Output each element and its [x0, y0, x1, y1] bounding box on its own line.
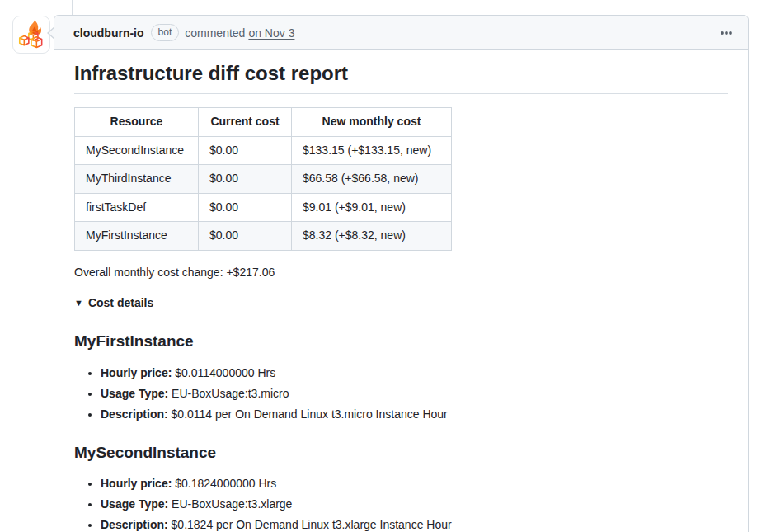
- comment-timestamp-link[interactable]: on Nov 3: [248, 26, 294, 40]
- attr-value: EU-BoxUsage:t3.xlarge: [168, 497, 292, 511]
- table-row: MyThirdInstance $0.00 $66.58 (+$66.58, n…: [75, 165, 452, 194]
- attr-value: EU-BoxUsage:t3.micro: [168, 387, 289, 400]
- resource-section: MyFirstInstance Hourly price: $0.0114000…: [74, 332, 728, 423]
- attr-label: Description:: [101, 407, 168, 421]
- resource-heading: MySecondInstance: [74, 443, 728, 463]
- cell-resource: firstTaskDef: [75, 193, 199, 222]
- list-item: Description: $0.0114 per On Demand Linux…: [101, 406, 728, 423]
- attr-label: Usage Type:: [101, 387, 168, 400]
- comment-author-avatar[interactable]: [12, 16, 50, 54]
- attr-value: $0.1824000000 Hrs: [172, 477, 276, 490]
- list-item: Hourly price: $0.0114000000 Hrs: [101, 365, 728, 382]
- cost-details-toggle[interactable]: ▼Cost details: [74, 294, 728, 312]
- cell-current-cost: $0.00: [199, 165, 292, 194]
- cell-current-cost: $0.00: [199, 222, 292, 251]
- list-item: Usage Type: EU-BoxUsage:t3.micro: [101, 385, 728, 403]
- comment-options-button[interactable]: [718, 23, 735, 43]
- list-item: Description: $0.1824 per On Demand Linux…: [101, 516, 728, 532]
- list-item: Usage Type: EU-BoxUsage:t3.xlarge: [101, 496, 728, 513]
- attr-label: Usage Type:: [101, 497, 168, 511]
- table-header-row: Resource Current cost New monthly cost: [75, 108, 452, 137]
- attr-value: $0.1824 per On Demand Linux t3.xlarge In…: [168, 518, 452, 531]
- resource-attribute-list: Hourly price: $0.1824000000 Hrs Usage Ty…: [74, 475, 728, 532]
- cell-resource: MySecondInstance: [75, 136, 199, 165]
- attr-label: Hourly price:: [101, 477, 172, 490]
- disclosure-triangle-icon: ▼: [74, 298, 83, 308]
- column-header-current-cost: Current cost: [199, 108, 292, 137]
- column-header-new-monthly-cost: New monthly cost: [292, 108, 452, 137]
- bot-badge: bot: [151, 24, 180, 41]
- table-row: MySecondInstance $0.00 $133.15 (+$133.15…: [75, 136, 452, 165]
- attr-value: $0.0114 per On Demand Linux t3.micro Ins…: [168, 407, 448, 421]
- cell-new-monthly-cost: $8.32 (+$8.32, new): [292, 222, 452, 251]
- attr-label: Hourly price:: [101, 366, 172, 379]
- resource-section: MySecondInstance Hourly price: $0.182400…: [74, 443, 728, 532]
- report-title: Infrastructure diff cost report: [74, 61, 728, 94]
- table-row: firstTaskDef $0.00 $9.01 (+$9.01, new): [75, 193, 452, 222]
- cell-resource: MyThirdInstance: [75, 165, 199, 194]
- table-row: MyFirstInstance $0.00 $8.32 (+$8.32, new…: [75, 222, 452, 251]
- github-comment-page: cloudburn-io bot commented on Nov 3 Infr…: [0, 0, 766, 532]
- comment-author-link[interactable]: cloudburn-io: [73, 26, 144, 40]
- cell-new-monthly-cost: $66.58 (+$66.58, new): [292, 165, 452, 194]
- cost-summary-table: Resource Current cost New monthly cost M…: [74, 107, 452, 251]
- cell-new-monthly-cost: $133.15 (+$133.15, new): [292, 136, 452, 165]
- timeline-connector-line: [72, 0, 73, 16]
- cell-new-monthly-cost: $9.01 (+$9.01, new): [292, 193, 452, 222]
- attr-label: Description:: [101, 518, 168, 531]
- cost-details-label: Cost details: [88, 296, 153, 309]
- cloudburn-logo-icon: [16, 19, 47, 50]
- cell-current-cost: $0.00: [199, 136, 292, 165]
- comment-header: cloudburn-io bot commented on Nov 3: [54, 16, 748, 50]
- attr-value: $0.0114000000 Hrs: [172, 366, 275, 379]
- cost-details-disclosure: ▼Cost details MyFirstInstance Hourly pri…: [74, 294, 728, 532]
- overall-cost-change-text: Overall monthly cost change: +$217.06: [74, 264, 728, 281]
- cell-current-cost: $0.00: [199, 193, 292, 222]
- list-item: Hourly price: $0.1824000000 Hrs: [101, 475, 728, 492]
- comment-body: Infrastructure diff cost report Resource…: [54, 50, 748, 532]
- resource-attribute-list: Hourly price: $0.0114000000 Hrs Usage Ty…: [74, 365, 728, 423]
- column-header-resource: Resource: [75, 108, 199, 137]
- kebab-horizontal-icon: [720, 26, 733, 40]
- cell-resource: MyFirstInstance: [75, 222, 199, 251]
- comment-action-text: commented: [185, 26, 245, 40]
- resource-heading: MyFirstInstance: [74, 332, 728, 351]
- timeline-comment: cloudburn-io bot commented on Nov 3 Infr…: [54, 15, 749, 532]
